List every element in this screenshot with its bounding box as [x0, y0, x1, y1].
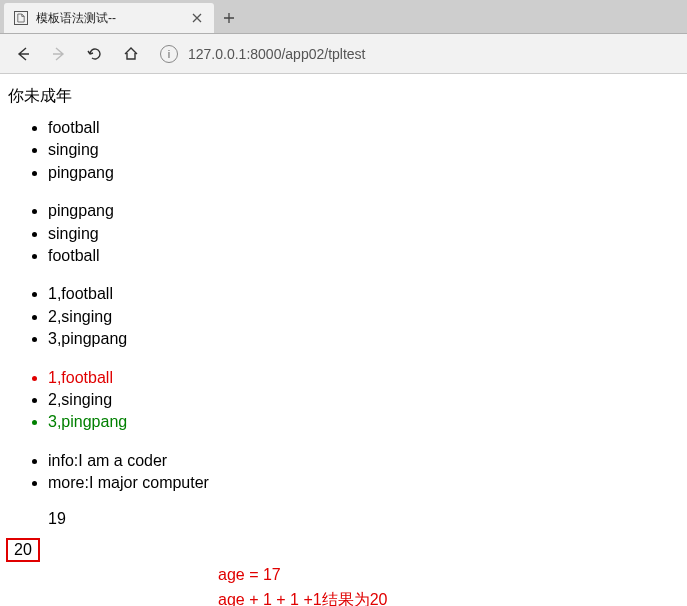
list-hobbies: football singing pingpang	[8, 117, 679, 184]
list-item: football	[48, 245, 679, 267]
list-item: 2,singing	[48, 389, 679, 411]
close-icon[interactable]	[190, 11, 204, 25]
list-info: info:I am a coder more:I major computer	[8, 450, 679, 495]
page-content: 你未成年 football singing pingpang pingpang …	[0, 74, 687, 606]
list-item: 1,football	[48, 283, 679, 305]
home-button[interactable]	[114, 38, 148, 70]
tab-title: 模板语法测试--	[36, 10, 190, 27]
annotation-line-2: age + 1 + 1 +1结果为20	[8, 589, 679, 606]
toolbar: i 127.0.0.1:8000/app02/tpltest	[0, 34, 687, 74]
list-item: singing	[48, 139, 679, 161]
list-hobbies-reversed: pingpang singing football	[8, 200, 679, 267]
list-item: 3,pingpang	[48, 328, 679, 350]
list-item: football	[48, 117, 679, 139]
new-tab-button[interactable]	[214, 3, 244, 33]
back-button[interactable]	[6, 38, 40, 70]
list-item: more:I major computer	[48, 472, 679, 494]
refresh-button[interactable]	[78, 38, 112, 70]
list-item: 1,football	[48, 367, 679, 389]
list-numbered: 1,football 2,singing 3,pingpang	[8, 283, 679, 350]
browser-tab[interactable]: 模板语法测试--	[4, 3, 214, 33]
list-colored: 1,football 2,singing 3,pingpang	[8, 367, 679, 434]
annotation-line-1: age = 17	[8, 564, 679, 586]
indent-number: 19	[8, 510, 679, 528]
url-text: 127.0.0.1:8000/app02/tpltest	[188, 46, 365, 62]
titlebar: 模板语法测试--	[0, 0, 687, 34]
list-item: info:I am a coder	[48, 450, 679, 472]
page-icon	[14, 11, 28, 25]
list-item: 3,pingpang	[48, 411, 679, 433]
list-item: pingpang	[48, 162, 679, 184]
address-bar[interactable]: i 127.0.0.1:8000/app02/tpltest	[160, 40, 681, 68]
page-heading: 你未成年	[8, 86, 679, 107]
forward-button[interactable]	[42, 38, 76, 70]
boxed-number: 20	[6, 538, 40, 562]
info-icon: i	[160, 45, 178, 63]
list-item: 2,singing	[48, 306, 679, 328]
list-item: pingpang	[48, 200, 679, 222]
list-item: singing	[48, 223, 679, 245]
